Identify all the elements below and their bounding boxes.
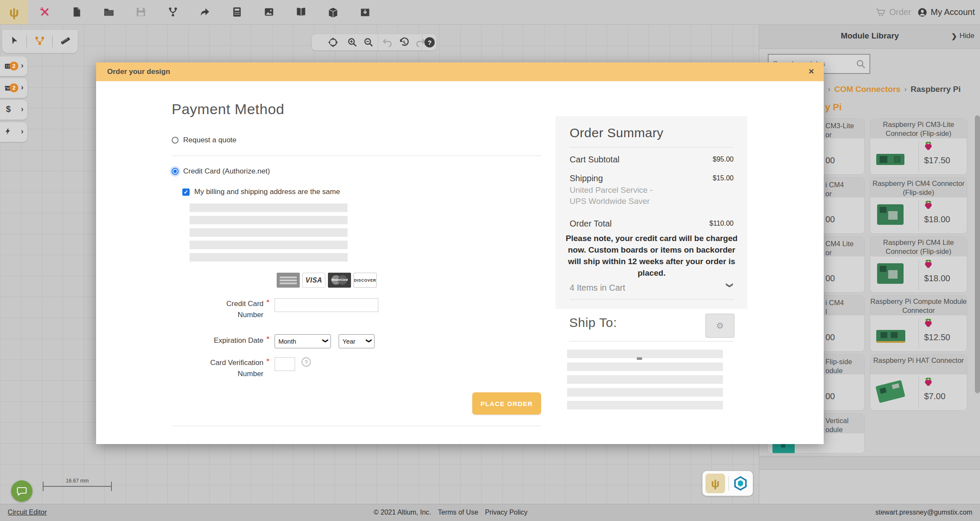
cvn-label: Card Verification Number [170, 357, 263, 380]
order-total-label: Order Total [570, 219, 612, 229]
modal-header: Order your design ✕ [96, 62, 824, 81]
divider [378, 34, 378, 50]
count-badge: 2 [9, 83, 18, 92]
search-icon[interactable] [856, 59, 866, 71]
left-panel-tab-parts[interactable]: 2 › [0, 78, 27, 98]
module-card[interactable]: Raspberry Pi CM4 Connector (Flip-side) $… [870, 178, 967, 233]
radio-checked[interactable] [172, 168, 178, 175]
left-panel-tab-boards[interactable]: 2 › [0, 56, 27, 76]
payment-method-heading: Payment Method [172, 101, 284, 118]
privacy-link[interactable]: Privacy Policy [485, 509, 528, 516]
raspberry-pi-icon [924, 318, 933, 329]
left-panel-tab-cost[interactable]: $ › [0, 100, 27, 120]
my-account-nav[interactable]: My Account [917, 7, 975, 18]
chat-bubble-button[interactable] [11, 480, 32, 502]
same-address-checkbox-row[interactable]: ✓ My billing and shipping address are th… [182, 188, 340, 196]
required-asterisk: * [266, 357, 269, 366]
chat-icon [16, 486, 27, 497]
bom-calculator-icon[interactable] [231, 6, 243, 18]
module-card[interactable]: Raspberry Pi HAT Connector $7.00 [870, 355, 967, 410]
help-icon[interactable]: ? [424, 37, 435, 47]
breadcrumb: › COM Connectors › Raspberry Pi [828, 85, 961, 94]
altium-hexagon-logo [733, 476, 748, 493]
open-folder-icon[interactable] [103, 6, 114, 18]
connection-nodes-icon[interactable] [35, 35, 45, 47]
request-quote-option[interactable]: Request a quote [172, 136, 237, 144]
checkbox-checked[interactable]: ✓ [182, 188, 190, 196]
undo-icon[interactable] [382, 37, 392, 47]
redacted-ship-line [567, 401, 723, 409]
panel-scrollbar[interactable] [975, 115, 980, 393]
chevron-down-icon[interactable]: ❯ [726, 283, 734, 288]
module-price: $17.50 [924, 156, 950, 165]
cvn-input[interactable] [275, 357, 295, 371]
raspberry-pi-icon [924, 200, 933, 211]
radio-unchecked[interactable] [172, 137, 178, 144]
view-toolbar: ? [312, 34, 436, 50]
raspberry-pi-icon [924, 141, 933, 152]
documentation-book-icon[interactable] [295, 6, 307, 18]
breadcrumb-com-connectors[interactable]: COM Connectors [834, 85, 901, 94]
package-icon[interactable] [328, 6, 339, 18]
geppetto-logo[interactable]: ψ [0, 0, 28, 24]
module-photo [877, 204, 904, 225]
copyright-text: © 2021 Altium, Inc. [374, 509, 431, 516]
module-card[interactable]: Raspberry Pi Compute Module Connector $1… [870, 296, 967, 351]
zoom-in-icon[interactable] [347, 37, 357, 47]
raspberry-pi-icon [924, 259, 933, 270]
credit-card-option[interactable]: Credit Card (Authorize.net) [172, 167, 270, 176]
circuit-editor-app: ψ Order My Acco [0, 0, 980, 521]
order-nav[interactable]: Order [875, 7, 911, 18]
order-summary: Order Summary Cart Subtotal $95.00 Shipp… [556, 116, 747, 309]
carrier-line: United Parcel Service - [570, 185, 652, 195]
breadcrumb-raspberry-pi[interactable]: Raspberry Pi [911, 85, 961, 94]
share-icon[interactable] [199, 6, 211, 18]
mastercard-logo: MasterCard [328, 273, 351, 288]
module-card[interactable]: Raspberry Pi CM3-Lite Connector (Flip-si… [870, 119, 967, 174]
gear-icon[interactable]: ⚙ [705, 314, 734, 338]
cc-number-input[interactable] [275, 298, 378, 312]
zoom-fit-icon[interactable] [328, 37, 338, 47]
new-file-icon[interactable] [71, 6, 82, 18]
items-in-cart-toggle[interactable]: 4 Items in Cart [570, 283, 625, 293]
close-icon[interactable]: ✕ [808, 67, 814, 76]
tools-icon[interactable] [39, 6, 50, 18]
ruler-icon[interactable] [60, 35, 70, 47]
order-design-modal: Order your design ✕ Payment Method Reque… [96, 62, 824, 444]
shipping-label: Shipping [570, 174, 603, 183]
select-cursor-icon[interactable] [10, 36, 19, 47]
module-photo [876, 154, 904, 165]
save-icon[interactable] [135, 6, 146, 18]
breadcrumb-separator: › [828, 85, 831, 94]
footer-bar: Circuit Editor © 2021 Altium, Inc. Terms… [0, 504, 980, 521]
month-select[interactable]: Month [275, 334, 331, 348]
divider [330, 34, 331, 50]
hide-panel-button[interactable]: ❯ Hide [951, 32, 974, 40]
circuit-editor-link[interactable]: Circuit Editor [8, 509, 47, 516]
redacted-ship-line [567, 388, 723, 397]
history-icon[interactable] [399, 37, 409, 47]
terms-link[interactable]: Terms of Use [438, 509, 478, 516]
module-price: $7.00 [924, 391, 945, 401]
redacted-ship-line [567, 375, 723, 384]
cart-subtotal-value: $95.00 [713, 156, 734, 163]
image-icon[interactable] [263, 6, 275, 18]
zoom-out-icon[interactable] [363, 37, 374, 47]
cvn-help-icon[interactable]: ? [301, 357, 311, 367]
year-select[interactable]: Year [339, 334, 374, 348]
visa-logo: VISA [302, 273, 325, 288]
left-panel-tab-power[interactable]: › [0, 122, 27, 142]
module-title: Raspberry Pi HAT Connector [870, 355, 967, 374]
category-heading: y Pi [825, 102, 842, 113]
module-card[interactable]: Raspberry Pi CM4 Lite Connector (Flip-si… [870, 237, 967, 292]
raspberry-pi-icon [924, 377, 933, 388]
panel-footer-strip [759, 456, 980, 470]
redacted-address-line [190, 203, 348, 212]
place-order-button[interactable]: PLACE ORDER [472, 392, 541, 415]
branch-icon[interactable] [167, 6, 178, 18]
count-badge: 2 [9, 62, 18, 71]
shipping-value: $15.00 [713, 174, 734, 182]
download-icon[interactable] [360, 6, 371, 18]
ship-to-heading: Ship To: [569, 315, 617, 330]
expiration-label: Expiration Date [170, 335, 263, 346]
